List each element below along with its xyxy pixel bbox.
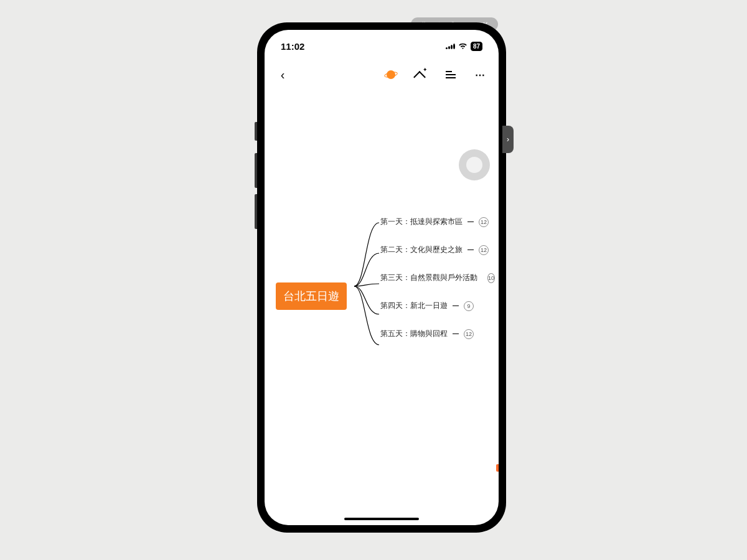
node-count-badge[interactable]: 12 bbox=[479, 217, 489, 227]
phone-frame: › 11:02 87 ‹ ⋯ bbox=[257, 22, 506, 533]
mindmap-canvas[interactable]: 台北五日遊 第一天：抵達與探索市區 12 第二天：文化與歷史之旅 12 bbox=[276, 217, 492, 378]
mindmap-node[interactable]: 第二天：文化與歷史之旅 12 bbox=[380, 245, 492, 255]
mindmap-branches: 第一天：抵達與探索市區 12 第二天：文化與歷史之旅 12 第三天：自然景觀與戶… bbox=[380, 217, 492, 339]
mindmap-node[interactable]: 第一天：抵達與探索市區 12 bbox=[380, 217, 492, 227]
mindmap-root-node[interactable]: 台北五日遊 bbox=[276, 282, 347, 310]
app-toolbar: ‹ ⋯ bbox=[265, 62, 499, 87]
node-connector bbox=[467, 250, 474, 250]
wifi-icon bbox=[458, 42, 467, 50]
node-label[interactable]: 第二天：文化與歷史之旅 bbox=[380, 245, 463, 255]
node-count-badge[interactable]: 12 bbox=[479, 245, 489, 255]
node-connector bbox=[453, 334, 459, 334]
node-label[interactable]: 第一天：抵達與探索市區 bbox=[380, 217, 463, 227]
node-connector bbox=[453, 306, 459, 306]
status-bar: 11:02 87 bbox=[265, 39, 499, 54]
back-button[interactable]: ‹ bbox=[276, 68, 289, 82]
more-icon[interactable]: ⋯ bbox=[474, 68, 487, 82]
mindmap-node[interactable]: 第三天：自然景觀與戶外活動 10 bbox=[380, 273, 492, 283]
side-drawer-handle[interactable]: › bbox=[502, 126, 514, 153]
signal-icon bbox=[446, 44, 455, 49]
edge-indicator bbox=[496, 464, 499, 472]
volume-button bbox=[255, 122, 257, 141]
node-label[interactable]: 第三天：自然景觀與戶外活動 bbox=[380, 273, 477, 283]
planet-icon[interactable] bbox=[384, 68, 398, 82]
mindmap-connector bbox=[354, 213, 383, 360]
volume-down-button bbox=[255, 194, 257, 229]
phone-screen: 11:02 87 ‹ ⋯ 台北五日遊 bbox=[265, 30, 499, 525]
node-count-badge[interactable]: 12 bbox=[464, 329, 474, 339]
volume-up-button bbox=[255, 153, 257, 188]
battery-indicator: 87 bbox=[471, 42, 482, 51]
status-time: 11:02 bbox=[281, 41, 304, 52]
node-count-badge[interactable]: 10 bbox=[487, 273, 495, 283]
magic-wand-icon[interactable] bbox=[414, 68, 428, 82]
assistive-touch-button[interactable] bbox=[459, 149, 490, 180]
home-indicator[interactable] bbox=[344, 518, 419, 520]
node-label[interactable]: 第五天：購物與回程 bbox=[380, 329, 448, 339]
status-right: 87 bbox=[446, 42, 482, 51]
mindmap-node[interactable]: 第五天：購物與回程 12 bbox=[380, 329, 492, 339]
mindmap-node[interactable]: 第四天：新北一日遊 9 bbox=[380, 301, 492, 311]
node-count-badge[interactable]: 9 bbox=[464, 301, 474, 311]
outline-icon[interactable] bbox=[444, 68, 458, 82]
node-label[interactable]: 第四天：新北一日遊 bbox=[380, 301, 448, 311]
node-connector bbox=[467, 222, 474, 222]
